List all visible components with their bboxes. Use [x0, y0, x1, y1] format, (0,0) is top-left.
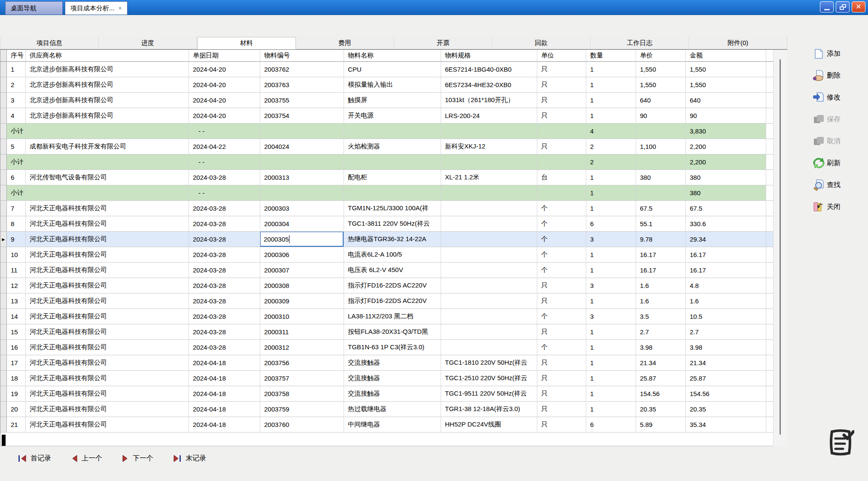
cell-name[interactable]: 中间继电器 — [344, 417, 441, 433]
cell-supplier[interactable]: 河北天正电器科技有限公司 — [26, 201, 189, 216]
cell-seq[interactable]: 11 — [7, 263, 26, 278]
cell-spec[interactable]: 6ES7214-1BG40-0XB0 — [441, 62, 537, 77]
cell-spec[interactable]: TGR1-38 12-18A(祥云3.0) — [441, 402, 537, 417]
tab-project-info[interactable]: 项目信息 — [0, 37, 99, 49]
cell-code[interactable]: 2003758 — [260, 386, 344, 402]
cell-unit[interactable]: 只 — [537, 108, 586, 124]
cell-unit[interactable]: 个 — [537, 309, 586, 324]
cell-date[interactable]: 2024-03-28 — [189, 201, 260, 216]
cell-code[interactable]: 2000310 — [260, 309, 344, 324]
cell-price[interactable]: 1.6 — [636, 293, 686, 309]
cell-price[interactable]: 3.5 — [636, 309, 686, 324]
cell-spec[interactable] — [441, 309, 537, 324]
cell-supplier[interactable]: 河北天正电器科技有限公司 — [26, 340, 189, 355]
cell-supplier[interactable]: 河北天正电器科技有限公司 — [26, 324, 189, 340]
cell-amount[interactable]: 3,830 — [686, 124, 766, 139]
cell-supplier[interactable]: 河北传智电气设备有限公司 — [26, 170, 189, 185]
column-header-supplier[interactable]: 供应商名称 — [26, 50, 189, 62]
cell-spec[interactable] — [441, 263, 537, 278]
column-header-seq[interactable]: 序号 — [7, 50, 26, 62]
cell-amount[interactable]: 640 — [686, 93, 766, 108]
cell-supplier[interactable]: 河北天正电器科技有限公司 — [26, 216, 189, 232]
cell-amount[interactable]: 4.8 — [686, 278, 766, 293]
cell-date[interactable]: 2024-03-28 — [189, 293, 260, 309]
cell-name[interactable]: 交流接触器 — [344, 355, 441, 371]
cell-seq[interactable]: 20 — [7, 402, 26, 417]
column-header-name[interactable]: 物料名称 — [344, 50, 441, 62]
cell-unit[interactable]: 只 — [537, 139, 586, 154]
cell-name[interactable]: 火焰检测器 — [344, 139, 441, 154]
cell-price[interactable]: 25.87 — [636, 371, 686, 386]
cell-spec[interactable] — [441, 324, 537, 340]
cell-name[interactable]: LA38-11X2/203 黑二档 — [344, 309, 441, 324]
cell-date[interactable]: 2024-04-18 — [189, 371, 260, 386]
row-selector[interactable] — [0, 185, 7, 201]
cell-price[interactable]: 1,100 — [636, 139, 686, 154]
cell-spec[interactable] — [441, 201, 537, 216]
cell-name[interactable]: 按钮FLA38-20X31-Q3/TD黑 — [344, 324, 441, 340]
cell-unit[interactable]: 只 — [537, 293, 586, 309]
column-header-unit[interactable]: 单位 — [537, 50, 586, 62]
cell-date[interactable]: 2024-03-28 — [189, 216, 260, 232]
cell-code[interactable]: 2003762 — [260, 62, 344, 77]
cell-seq[interactable]: 18 — [7, 371, 26, 386]
row-selector[interactable] — [0, 417, 7, 433]
cell-code[interactable] — [260, 154, 344, 170]
cell-unit[interactable]: 只 — [537, 417, 586, 433]
cell-price[interactable]: 2.7 — [636, 324, 686, 340]
cell-name[interactable]: 指示灯FD16-22DS AC220V — [344, 278, 441, 293]
cell-amount[interactable]: 20.35 — [686, 402, 766, 417]
cell-code[interactable]: 2000304 — [260, 216, 344, 232]
tab-receipts[interactable]: 回款 — [492, 37, 591, 49]
cell-name[interactable]: 配电柜 — [344, 170, 441, 185]
cell-unit[interactable]: 只 — [537, 324, 586, 340]
row-selector[interactable] — [0, 93, 7, 108]
cell-unit[interactable]: 台 — [537, 170, 586, 185]
cell-supplier[interactable]: 河北天正电器科技有限公司 — [26, 309, 189, 324]
cell-amount[interactable]: 16.17 — [686, 247, 766, 263]
cell-seq[interactable]: 9 — [7, 232, 26, 247]
doc-tab-desktop-nav[interactable]: 桌面导航 — [5, 1, 63, 15]
cell-date[interactable]: 2024-03-28 — [189, 170, 260, 185]
cell-price[interactable] — [636, 185, 686, 201]
cell-unit[interactable]: 只 — [537, 93, 586, 108]
column-header-amount[interactable]: 金额 — [686, 50, 766, 62]
cell-price[interactable]: 5.89 — [636, 417, 686, 433]
modify-button[interactable]: 修改 — [813, 91, 841, 104]
delete-button[interactable]: 删除 — [813, 69, 841, 82]
cell-seq[interactable]: 19 — [7, 386, 26, 402]
cell-qty[interactable]: 1 — [586, 340, 636, 355]
cell-name[interactable]: 电压表 6L2-V 450V — [344, 263, 441, 278]
cell-amount[interactable]: 154.56 — [686, 386, 766, 402]
cell-unit[interactable]: 只 — [537, 386, 586, 402]
cell-name[interactable]: TGB1N-63 1P C3(祥云3.0) — [344, 340, 441, 355]
cell-unit[interactable]: 个 — [537, 263, 586, 278]
minimize-button[interactable] — [820, 1, 834, 12]
cell-code[interactable]: 2000312 — [260, 340, 344, 355]
cell-price[interactable]: 67.5 — [636, 201, 686, 216]
cell-name[interactable]: 开关电源 — [344, 108, 441, 124]
cell-unit[interactable]: 个 — [537, 340, 586, 355]
cell-price[interactable]: 3.98 — [636, 340, 686, 355]
cell-code[interactable]: 2003759 — [260, 402, 344, 417]
cell-amount[interactable]: 2,200 — [686, 139, 766, 154]
cell-amount[interactable]: 2,200 — [686, 154, 766, 170]
cell-seq[interactable]: 17 — [7, 355, 26, 371]
cell-qty[interactable]: 1 — [586, 62, 636, 77]
cell-name[interactable]: CPU — [344, 62, 441, 77]
cell-seq[interactable]: 1 — [7, 62, 26, 77]
cell-date[interactable]: 2024-04-20 — [189, 93, 260, 108]
cell-code[interactable]: 2003757 — [260, 371, 344, 386]
cell-spec[interactable]: HH52P DC24V线圈 — [441, 417, 537, 433]
cell-date[interactable]: - - — [189, 185, 260, 201]
cell-price[interactable]: 1,550 — [636, 62, 686, 77]
cell-qty[interactable]: 1 — [586, 293, 636, 309]
cell-name[interactable]: 指示灯FD16-22DS AC220V — [344, 293, 441, 309]
cell-code[interactable]: 2004024 — [260, 139, 344, 154]
cell-supplier[interactable] — [26, 154, 189, 170]
cell-price[interactable]: 1.6 — [636, 278, 686, 293]
cell-name[interactable]: 交流接触器 — [344, 386, 441, 402]
cell-seq[interactable]: 15 — [7, 324, 26, 340]
cell-qty[interactable]: 3 — [586, 309, 636, 324]
scrollbar-track[interactable] — [773, 49, 787, 446]
